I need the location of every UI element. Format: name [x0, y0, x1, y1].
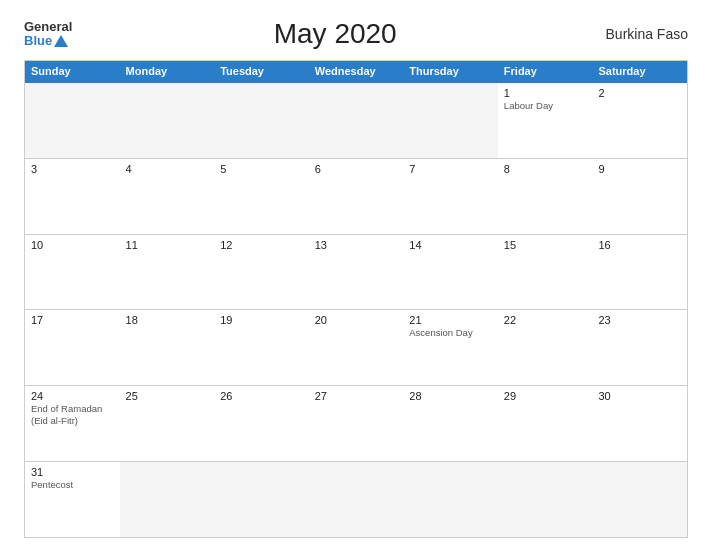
- day-number: 6: [315, 163, 398, 175]
- logo: General Blue: [24, 20, 72, 49]
- header: General Blue May 2020 Burkina Faso: [24, 18, 688, 50]
- day-cell: 16: [592, 235, 687, 310]
- day-header-thursday: Thursday: [403, 61, 498, 81]
- day-number: 10: [31, 239, 114, 251]
- calendar-title: May 2020: [72, 18, 598, 50]
- day-number: 29: [504, 390, 587, 402]
- day-header-saturday: Saturday: [592, 61, 687, 81]
- day-cell: 20: [309, 310, 404, 385]
- week-row-5: 31Pentecost: [25, 461, 687, 537]
- day-cell: 28: [403, 386, 498, 461]
- day-cell: [25, 83, 120, 158]
- day-number: 27: [315, 390, 398, 402]
- days-header-row: SundayMondayTuesdayWednesdayThursdayFrid…: [25, 61, 687, 81]
- day-cell: 17: [25, 310, 120, 385]
- day-cell: 13: [309, 235, 404, 310]
- day-cell: 3: [25, 159, 120, 234]
- event-label: Pentecost: [31, 479, 114, 490]
- day-cell: 9: [592, 159, 687, 234]
- country-label: Burkina Faso: [598, 26, 688, 42]
- day-header-sunday: Sunday: [25, 61, 120, 81]
- day-cell: 15: [498, 235, 593, 310]
- day-cell: 6: [309, 159, 404, 234]
- day-cell: 21Ascension Day: [403, 310, 498, 385]
- day-cell: 27: [309, 386, 404, 461]
- week-row-2: 10111213141516: [25, 234, 687, 310]
- logo-general-text: General: [24, 20, 72, 34]
- day-cell: 22: [498, 310, 593, 385]
- day-cell: 31Pentecost: [25, 462, 120, 537]
- day-cell: [120, 83, 215, 158]
- day-number: 11: [126, 239, 209, 251]
- week-row-1: 3456789: [25, 158, 687, 234]
- day-number: 7: [409, 163, 492, 175]
- day-number: 31: [31, 466, 114, 478]
- day-header-wednesday: Wednesday: [309, 61, 404, 81]
- day-number: 23: [598, 314, 681, 326]
- day-cell: [214, 83, 309, 158]
- calendar-page: General Blue May 2020 Burkina Faso Sunda…: [0, 0, 712, 550]
- day-cell: 4: [120, 159, 215, 234]
- day-header-tuesday: Tuesday: [214, 61, 309, 81]
- day-number: 4: [126, 163, 209, 175]
- day-cell: [309, 462, 404, 537]
- day-cell: [498, 462, 593, 537]
- day-number: 3: [31, 163, 114, 175]
- day-number: 12: [220, 239, 303, 251]
- day-cell: [214, 462, 309, 537]
- day-header-friday: Friday: [498, 61, 593, 81]
- day-number: 15: [504, 239, 587, 251]
- day-cell: 10: [25, 235, 120, 310]
- day-number: 28: [409, 390, 492, 402]
- day-cell: 19: [214, 310, 309, 385]
- day-cell: 12: [214, 235, 309, 310]
- day-cell: [403, 83, 498, 158]
- day-number: 26: [220, 390, 303, 402]
- day-cell: 2: [592, 83, 687, 158]
- day-cell: 25: [120, 386, 215, 461]
- day-number: 16: [598, 239, 681, 251]
- calendar-grid: SundayMondayTuesdayWednesdayThursdayFrid…: [24, 60, 688, 538]
- day-number: 17: [31, 314, 114, 326]
- day-number: 8: [504, 163, 587, 175]
- day-cell: 1Labour Day: [498, 83, 593, 158]
- day-cell: [403, 462, 498, 537]
- day-number: 5: [220, 163, 303, 175]
- day-header-monday: Monday: [120, 61, 215, 81]
- day-cell: 5: [214, 159, 309, 234]
- day-cell: 29: [498, 386, 593, 461]
- logo-blue-text: Blue: [24, 34, 72, 48]
- event-label: Labour Day: [504, 100, 587, 111]
- logo-triangle-icon: [54, 35, 68, 47]
- day-number: 20: [315, 314, 398, 326]
- day-cell: 24End of Ramadan (Eid al-Fitr): [25, 386, 120, 461]
- day-number: 13: [315, 239, 398, 251]
- day-number: 18: [126, 314, 209, 326]
- day-cell: 30: [592, 386, 687, 461]
- day-number: 24: [31, 390, 114, 402]
- day-number: 14: [409, 239, 492, 251]
- day-cell: 11: [120, 235, 215, 310]
- day-number: 19: [220, 314, 303, 326]
- day-cell: 8: [498, 159, 593, 234]
- day-number: 25: [126, 390, 209, 402]
- day-cell: 26: [214, 386, 309, 461]
- day-cell: [120, 462, 215, 537]
- day-number: 2: [598, 87, 681, 99]
- day-number: 21: [409, 314, 492, 326]
- day-number: 9: [598, 163, 681, 175]
- day-cell: 18: [120, 310, 215, 385]
- day-number: 30: [598, 390, 681, 402]
- week-row-3: 1718192021Ascension Day2223: [25, 309, 687, 385]
- day-cell: [592, 462, 687, 537]
- event-label: End of Ramadan (Eid al-Fitr): [31, 403, 114, 426]
- week-row-0: 1Labour Day2: [25, 81, 687, 158]
- day-cell: [309, 83, 404, 158]
- day-cell: 7: [403, 159, 498, 234]
- day-number: 1: [504, 87, 587, 99]
- day-number: 22: [504, 314, 587, 326]
- event-label: Ascension Day: [409, 327, 492, 338]
- day-cell: 14: [403, 235, 498, 310]
- day-cell: 23: [592, 310, 687, 385]
- week-row-4: 24End of Ramadan (Eid al-Fitr)2526272829…: [25, 385, 687, 461]
